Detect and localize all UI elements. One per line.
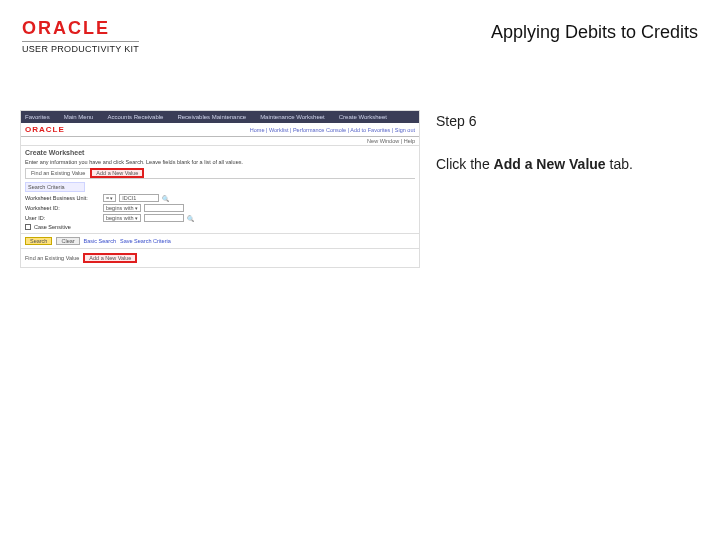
ss-clear-button[interactable]: Clear xyxy=(56,237,79,245)
ss-tab-add-new-value[interactable]: Add a New Value xyxy=(90,168,144,178)
lookup-icon[interactable]: 🔍 xyxy=(187,215,194,222)
ss-op-ws[interactable]: begins with xyxy=(103,204,141,212)
ss-label-bu: Worksheet Business Unit: xyxy=(25,195,100,201)
ss-header-links: Home | Worklist | Performance Console | … xyxy=(250,127,415,133)
ss-field-row-bu: Worksheet Business Unit: = IDCI1 🔍 xyxy=(25,194,415,202)
ss-save-search-link[interactable]: Save Search Criteria xyxy=(120,238,171,244)
ss-field-row-cs: Case Sensitive xyxy=(25,224,415,230)
ss-tab-find[interactable]: Find an Existing Value xyxy=(25,168,91,178)
instruction-bold: Add a New Value xyxy=(494,156,606,172)
ss-crumb: Receivables Maintenance xyxy=(177,114,246,120)
ss-tab-strip: Find an Existing Value Add a New Value xyxy=(25,168,415,179)
brand-word: ORACLE xyxy=(22,18,139,39)
brand-logo: ORACLE USER PRODUCTIVITY KIT xyxy=(22,18,139,54)
ss-label-user: User ID: xyxy=(25,215,100,221)
ss-checkbox-case-sensitive[interactable] xyxy=(25,224,31,230)
ss-crumb: Main Menu xyxy=(64,114,94,120)
ss-section-title: Create Worksheet xyxy=(21,146,419,159)
ss-label-cs: Case Sensitive xyxy=(34,224,109,230)
instruction-text: Click the Add a New Value tab. xyxy=(436,155,700,174)
instruction-prefix: Click the xyxy=(436,156,494,172)
lookup-icon[interactable]: 🔍 xyxy=(162,195,169,202)
ss-footer-add-new-value[interactable]: Add a New Value xyxy=(83,253,137,263)
ss-crumb: Create Worksheet xyxy=(339,114,387,120)
instruction-panel: Step 6 Click the Add a New Value tab. xyxy=(436,110,700,268)
ss-crumb: Favorites xyxy=(25,114,50,120)
ss-breadcrumb-bar: Favorites Main Menu Accounts Receivable … xyxy=(21,111,419,123)
ss-footer: Find an Existing Value Add a New Value xyxy=(21,249,419,267)
brand-subtitle: USER PRODUCTIVITY KIT xyxy=(22,41,139,54)
ss-input-bu[interactable]: IDCI1 xyxy=(119,194,159,202)
embedded-screenshot: Favorites Main Menu Accounts Receivable … xyxy=(20,110,420,268)
ss-crumb: Maintenance Worksheet xyxy=(260,114,325,120)
header: ORACLE USER PRODUCTIVITY KIT Applying De… xyxy=(0,0,720,70)
ss-basic-search-link[interactable]: Basic Search xyxy=(84,238,116,244)
ss-field-row-ws: Worksheet ID: begins with xyxy=(25,204,415,212)
ss-input-ws[interactable] xyxy=(144,204,184,212)
ss-section-desc: Enter any information you have and click… xyxy=(21,159,419,168)
ss-subbar: New Window | Help xyxy=(21,137,419,146)
ss-input-user[interactable] xyxy=(144,214,184,222)
ss-op-user[interactable]: begins with xyxy=(103,214,141,222)
ss-search-button[interactable]: Search xyxy=(25,237,52,245)
ss-op-bu[interactable]: = xyxy=(103,194,116,202)
content-row: Favorites Main Menu Accounts Receivable … xyxy=(0,110,720,268)
ss-oracle-logo: ORACLE xyxy=(25,125,65,134)
ss-footer-find-label: Find an Existing Value xyxy=(25,255,79,261)
ss-crumb: Accounts Receivable xyxy=(107,114,163,120)
instruction-suffix: tab. xyxy=(606,156,633,172)
ss-field-row-user: User ID: begins with 🔍 xyxy=(25,214,415,222)
ss-form-header: Search Criteria xyxy=(25,182,85,192)
ss-search-form: Search Criteria Worksheet Business Unit:… xyxy=(21,179,419,234)
page-title: Applying Debits to Credits xyxy=(491,22,698,43)
ss-label-ws: Worksheet ID: xyxy=(25,205,100,211)
ss-app-header: ORACLE Home | Worklist | Performance Con… xyxy=(21,123,419,137)
step-label: Step 6 xyxy=(436,112,700,131)
ss-button-row: Search Clear Basic Search Save Search Cr… xyxy=(21,234,419,249)
